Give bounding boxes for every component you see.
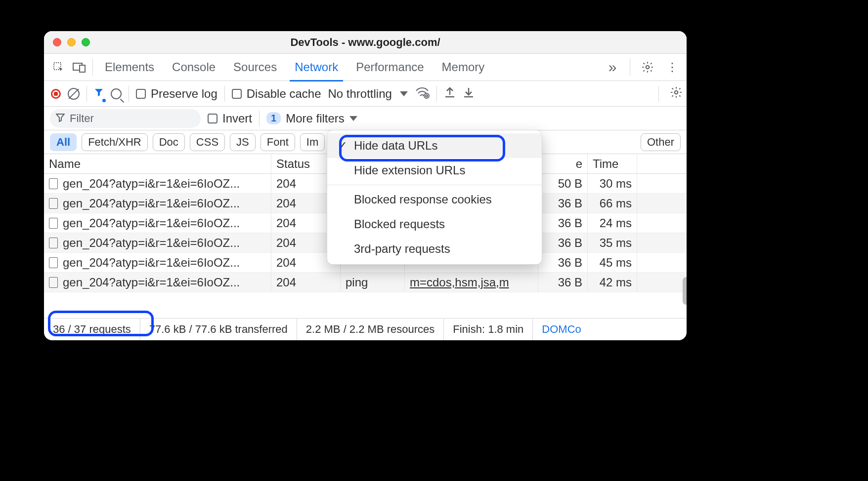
- status-requests: 36 / 37 requests: [44, 319, 140, 340]
- upload-har-icon[interactable]: [444, 86, 456, 102]
- type-filter-font[interactable]: Font: [260, 133, 295, 151]
- filter-placeholder: Filter: [70, 112, 94, 125]
- download-har-icon[interactable]: [463, 86, 475, 102]
- funnel-icon: [56, 112, 65, 125]
- disable-cache-label: Disable cache: [247, 87, 321, 101]
- scrollbar-thumb[interactable]: [683, 277, 687, 305]
- more-filters-dropdown: ✓Hide data URLsHide extension URLsBlocke…: [327, 130, 542, 265]
- dropdown-separator: [327, 185, 542, 185]
- invert-checkbox[interactable]: [208, 114, 217, 123]
- type-filter-fetchxhr[interactable]: Fetch/XHR: [82, 133, 148, 151]
- tab-memory[interactable]: Memory: [433, 54, 494, 81]
- more-filters-label: More filters: [286, 112, 345, 125]
- document-icon: [49, 178, 58, 189]
- type-filter-doc[interactable]: Doc: [153, 133, 185, 151]
- close-window-button[interactable]: [53, 38, 61, 46]
- throttling-select[interactable]: No throttling: [328, 87, 407, 101]
- dropdown-item-label: Hide extension URLs: [354, 163, 465, 177]
- cell-time: 30 ms: [588, 174, 637, 193]
- disable-cache-option[interactable]: Disable cache: [232, 87, 321, 101]
- document-icon: [49, 238, 58, 248]
- cell-name: gen_204?atyp=i&r=1&ei=6IoOZ...: [44, 253, 271, 272]
- settings-gear-icon[interactable]: [637, 57, 658, 78]
- kebab-menu-icon[interactable]: ⋮: [662, 57, 683, 78]
- cell-size: 36 B: [538, 194, 588, 213]
- dropdown-item-hide-data-urls[interactable]: ✓Hide data URLs: [327, 133, 542, 158]
- cell-name: gen_204?atyp=i&r=1&ei=6IoOZ...: [44, 273, 271, 292]
- filter-toggle-icon[interactable]: [94, 87, 104, 100]
- tab-sources[interactable]: Sources: [224, 54, 286, 81]
- more-filters-count-badge: 1: [266, 112, 281, 124]
- dropdown-item-label: 3rd-party requests: [354, 242, 450, 256]
- status-domcontent: DOMCo: [533, 319, 590, 340]
- toolbar-divider-5: [658, 86, 659, 102]
- disable-cache-checkbox[interactable]: [232, 89, 242, 99]
- document-icon: [49, 277, 58, 288]
- network-toolbar: Preserve log Disable cache No throttling: [44, 81, 687, 107]
- type-filter-other[interactable]: Other: [641, 133, 681, 151]
- type-filter-all[interactable]: All: [50, 133, 77, 151]
- cell-name: gen_204?atyp=i&r=1&ei=6IoOZ...: [44, 174, 271, 193]
- tab-right-divider: [630, 59, 630, 76]
- clear-button[interactable]: [68, 88, 80, 100]
- maximize-window-button[interactable]: [82, 38, 90, 46]
- tab-network[interactable]: Network: [286, 54, 347, 81]
- dropdown-item-label: Blocked response cookies: [354, 193, 492, 206]
- dropdown-item-label: Hide data URLs: [354, 139, 437, 153]
- chevron-down-icon: [349, 116, 357, 121]
- svg-rect-2: [80, 65, 85, 72]
- search-icon[interactable]: [111, 88, 122, 99]
- chevron-down-icon: [400, 91, 408, 96]
- dropdown-item-blocked-response-cookies[interactable]: Blocked response cookies: [327, 187, 542, 212]
- record-button[interactable]: [51, 89, 61, 99]
- preserve-log-checkbox[interactable]: [136, 89, 146, 99]
- status-finish: Finish: 1.8 min: [444, 319, 533, 340]
- table-row[interactable]: gen_204?atyp=i&r=1&ei=6IoOZ...204pingm=c…: [44, 273, 687, 292]
- window-traffic-lights: [44, 38, 90, 46]
- col-time-header[interactable]: Time: [588, 154, 637, 173]
- dropdown-item--rd-party-requests[interactable]: 3rd-party requests: [327, 237, 542, 261]
- cell-initiator: m=cdos,hsm,jsa,m: [405, 273, 538, 292]
- cell-time: 24 ms: [588, 213, 637, 233]
- svg-point-6: [675, 90, 678, 94]
- minimize-window-button[interactable]: [67, 38, 76, 46]
- network-settings-gear-icon[interactable]: [670, 86, 683, 102]
- dropdown-item-hide-extension-urls[interactable]: Hide extension URLs: [327, 158, 542, 183]
- dropdown-item-label: Blocked requests: [354, 217, 445, 231]
- filter-input[interactable]: Filter: [50, 109, 201, 128]
- more-filters-button[interactable]: 1 More filters: [266, 112, 357, 125]
- document-icon: [49, 218, 58, 229]
- cell-time: 66 ms: [588, 194, 637, 213]
- tabs-container: ElementsConsoleSourcesNetworkPerformance…: [96, 54, 493, 81]
- toolbar-divider-2: [129, 86, 129, 102]
- window-titlebar: DevTools - www.google.com/: [44, 31, 687, 54]
- toolbar-divider-4: [436, 86, 437, 102]
- invert-option[interactable]: Invert: [208, 112, 252, 125]
- device-toolbar-icon[interactable]: [69, 57, 89, 78]
- col-size-header[interactable]: e: [538, 154, 588, 173]
- inspect-element-icon[interactable]: [48, 57, 69, 78]
- tab-performance[interactable]: Performance: [347, 54, 433, 81]
- window-title: DevTools - www.google.com/: [44, 36, 687, 49]
- tab-console[interactable]: Console: [163, 54, 224, 81]
- invert-label: Invert: [222, 112, 252, 125]
- type-filter-css[interactable]: CSS: [190, 133, 225, 151]
- cell-size: 36 B: [538, 273, 588, 292]
- preserve-log-option[interactable]: Preserve log: [136, 87, 217, 101]
- svg-point-4: [424, 93, 429, 98]
- type-filter-js[interactable]: JS: [230, 133, 256, 151]
- more-tabs-icon[interactable]: »: [602, 57, 623, 78]
- throttling-value: No throttling: [328, 87, 391, 101]
- dropdown-item-blocked-requests[interactable]: Blocked requests: [327, 212, 542, 237]
- col-name-header[interactable]: Name: [44, 154, 271, 173]
- preserve-log-label: Preserve log: [151, 87, 217, 101]
- toolbar-divider: [87, 86, 87, 102]
- tab-elements[interactable]: Elements: [96, 54, 163, 81]
- type-filter-im[interactable]: Im: [300, 133, 325, 151]
- cell-name: gen_204?atyp=i&r=1&ei=6IoOZ...: [44, 233, 271, 252]
- filter-bar: Filter Invert 1 More filters: [44, 107, 687, 130]
- filterbar-divider: [259, 111, 260, 126]
- network-conditions-icon[interactable]: [415, 86, 430, 102]
- cell-size: 36 B: [538, 213, 588, 233]
- svg-point-3: [646, 66, 650, 69]
